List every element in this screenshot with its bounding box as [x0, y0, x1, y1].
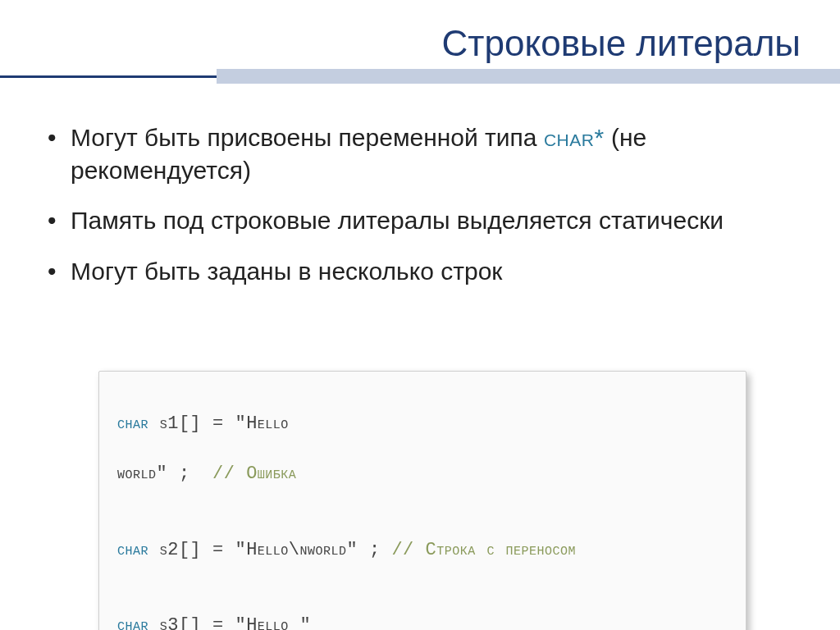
code-comment: // Строка с переносом [391, 540, 576, 560]
list-item: Память под строковые литералы выделяется… [43, 204, 797, 237]
code-block: char s1[] = "Hello world" ; // Ошибка ch… [98, 371, 746, 630]
keyword: char [117, 540, 148, 560]
bullet-list: Могут быть присвоены переменной типа cha… [43, 121, 797, 305]
code-text: s2[] = "Hello\nworld" ; [148, 540, 391, 560]
code-comment: // Ошибка [212, 463, 296, 484]
code-line: char s1[] = "Hello [117, 412, 728, 437]
code-text: s1[] = "Hello [148, 413, 289, 434]
bullet-text-pre: Память под строковые литералы выделяется… [71, 207, 724, 234]
code-line: world" ; // Ошибка [117, 462, 728, 487]
code-line: char s2[] = "Hello\nworld" ; // Строка с… [117, 538, 728, 564]
code-line: char s3[] = "Hello " [117, 614, 728, 630]
title-rule [0, 75, 840, 78]
code-text: world" ; [117, 463, 212, 484]
list-item: Могут быть присвоены переменной типа cha… [43, 121, 797, 186]
bullet-text-pre: Могут быть присвоены переменной типа [71, 124, 544, 151]
bullet-text-pre: Могут быть заданы в несколько строк [71, 258, 502, 285]
keyword-char: char* [544, 124, 605, 151]
keyword: char [117, 413, 148, 434]
list-item: Могут быть заданы в несколько строк [43, 255, 797, 288]
code-text: s3[] = "Hello " [148, 615, 311, 630]
slide-title: Строковые литералы [442, 23, 801, 64]
keyword: char [117, 615, 148, 630]
rule-accent-light [217, 69, 840, 84]
